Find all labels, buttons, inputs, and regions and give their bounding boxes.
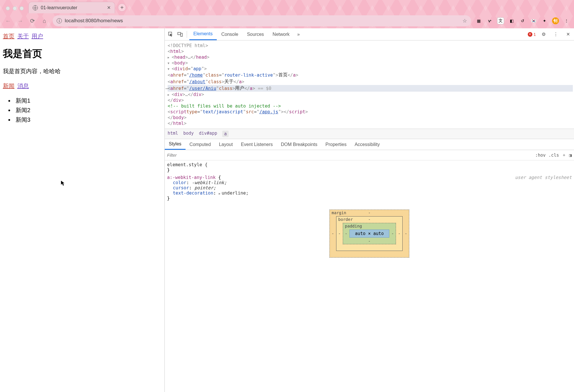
sidebar-toggle-icon[interactable]: ◨ <box>569 153 572 158</box>
doctype-node: <!DOCTYPE html> <box>168 43 208 48</box>
url-text: localhost:8080/home/news <box>65 18 123 24</box>
translate-icon[interactable]: 文 <box>497 17 504 24</box>
menu-dots-icon[interactable]: ⋮ <box>563 17 570 24</box>
dom-breadcrumb[interactable]: html body div#app a <box>165 129 574 139</box>
crumb-item[interactable]: body <box>183 131 194 137</box>
list-item: 新闻3 <box>14 116 162 124</box>
home-button[interactable]: ⌂ <box>40 17 49 25</box>
svg-rect-2 <box>181 33 182 36</box>
settings-icon[interactable]: ⚙ <box>539 30 548 39</box>
extension-icon[interactable]: ⱱ <box>486 17 493 24</box>
selector-text: a:-webkit-any-link <box>167 175 216 180</box>
element-style-block[interactable]: element.style { <box>167 162 572 167</box>
nav-link-home[interactable]: 首页 <box>3 33 14 39</box>
browser-tab[interactable]: 01-learnvuerouter ✕ <box>28 2 115 13</box>
subtab-layout[interactable]: Layout <box>215 139 237 150</box>
stylesheet-origin: user agent stylesheet <box>515 175 572 180</box>
forward-button[interactable]: → <box>16 17 24 25</box>
close-window-icon[interactable] <box>6 6 10 10</box>
margin-label: margin <box>332 210 346 215</box>
subtab-computed[interactable]: Computed <box>186 139 215 150</box>
tab-elements[interactable]: Elements <box>189 28 217 40</box>
menu-dots-icon[interactable]: ⋮ <box>551 30 560 39</box>
tab-network[interactable]: Network <box>269 28 294 40</box>
crumb-item-selected[interactable]: a <box>222 131 228 137</box>
comment-node: <!-- built files will be auto injected -… <box>168 103 281 109</box>
close-devtools-icon[interactable]: ✕ <box>564 30 572 39</box>
tab-console[interactable]: Console <box>217 28 242 40</box>
subnav-messages[interactable]: 消息 <box>17 83 29 89</box>
border-label: border <box>338 217 353 222</box>
style-rules[interactable]: element.style { } a:-webkit-any-link { u… <box>165 160 574 204</box>
bookmark-icon[interactable]: ☆ <box>462 18 467 24</box>
close-tab-icon[interactable]: ✕ <box>107 5 111 10</box>
list-item: 新闻2 <box>14 106 162 114</box>
device-toolbar-icon[interactable] <box>176 30 184 39</box>
inspect-element-icon[interactable] <box>166 30 175 39</box>
nav-link-about[interactable]: 关于 <box>17 33 29 39</box>
site-info-icon[interactable]: i <box>57 18 62 23</box>
subnav-news[interactable]: 新闻 <box>3 83 14 89</box>
hov-toggle[interactable]: :hov <box>535 153 546 158</box>
back-button[interactable]: ← <box>4 17 12 25</box>
subtab-event-listeners[interactable]: Event Listeners <box>237 139 277 150</box>
traffic-lights[interactable] <box>4 6 25 13</box>
tab-title: 01-learnvuerouter <box>41 5 104 10</box>
tab-sources[interactable]: Sources <box>243 28 268 40</box>
page-heading: 我是首页 <box>3 47 162 60</box>
error-icon: ✕ <box>528 32 532 37</box>
address-bar[interactable]: i localhost:8080/home/news ☆ <box>53 15 471 26</box>
page-body-text: 我是首页内容，哈哈哈 <box>3 67 162 75</box>
page-content: 首页 关于 用户 我是首页 我是首页内容，哈哈哈 新闻 消息 新闻1 新闻2 新… <box>0 28 165 392</box>
extension-icon[interactable]: ◧ <box>508 17 515 24</box>
subtab-accessibility[interactable]: Accessibility <box>351 139 384 150</box>
dom-node[interactable]: <a href="/about" class>关于</a> <box>168 78 573 85</box>
crumb-item[interactable]: html <box>168 131 178 137</box>
new-tab-button[interactable]: + <box>118 3 126 12</box>
box-model-diagram: margin - - - border - - - padding - - - … <box>165 204 574 263</box>
history-icon[interactable]: ↺ <box>519 17 526 24</box>
content-dimensions: auto × auto <box>349 230 389 238</box>
svg-rect-1 <box>178 32 181 35</box>
error-count: 1 <box>534 32 536 37</box>
list-item: 新闻1 <box>14 97 162 105</box>
subtab-dom-breakpoints[interactable]: DOM Breakpoints <box>277 139 321 150</box>
maximize-window-icon[interactable] <box>20 6 24 10</box>
cls-toggle[interactable]: .cls <box>549 153 559 158</box>
dom-node-selected[interactable]: <a href="/user/Aniu" class>用户</a> == $0 <box>168 85 573 92</box>
more-tabs-icon[interactable]: » <box>294 30 303 39</box>
extension-icon[interactable]: 🇰🇷 <box>530 17 537 24</box>
new-style-rule-icon[interactable]: ＋ <box>562 152 566 158</box>
dom-node[interactable]: <a href="/home" class="router-link-activ… <box>168 72 573 78</box>
qr-icon[interactable]: ▦ <box>475 17 482 24</box>
news-list: 新闻1 新闻2 新闻3 <box>14 97 162 124</box>
minimize-window-icon[interactable] <box>13 6 17 10</box>
cursor-icon <box>61 180 65 186</box>
extensions-puzzle-icon[interactable]: ✦ <box>541 17 548 24</box>
crumb-item[interactable]: div#app <box>199 131 217 137</box>
globe-icon <box>33 5 38 10</box>
styles-filter-input[interactable] <box>167 153 222 158</box>
dom-tree[interactable]: <!DOCTYPE html> <html> ▶<head>…</head> ▼… <box>165 40 574 129</box>
nav-link-user[interactable]: 用户 <box>32 33 43 39</box>
subtab-styles[interactable]: Styles <box>165 139 186 150</box>
reload-button[interactable]: ⟳ <box>28 17 36 25</box>
profile-avatar[interactable]: 钊 <box>552 17 559 24</box>
padding-label: padding <box>345 224 362 228</box>
subtab-properties[interactable]: Properties <box>321 139 351 150</box>
error-count-badge[interactable]: ✕ 1 <box>528 32 536 37</box>
devtools-panel: Elements Console Sources Network » ✕ 1 ⚙… <box>165 28 574 392</box>
